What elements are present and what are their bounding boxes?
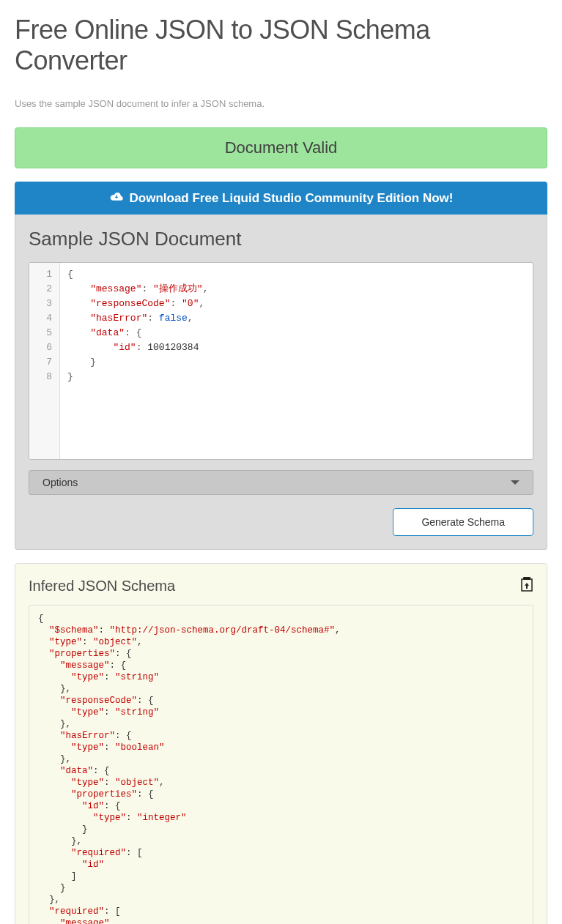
page-description: Uses the sample JSON document to infer a… — [15, 98, 547, 109]
input-panel: Sample JSON Document 12345678 { "message… — [15, 215, 547, 550]
json-input-content[interactable]: { "message": "操作成功", "responseCode": "0"… — [60, 263, 533, 459]
download-banner[interactable]: Download Free Liquid Studio Community Ed… — [15, 182, 547, 215]
schema-output[interactable]: { "$schema": "http://json-schema.org/dra… — [29, 605, 533, 924]
generate-schema-button[interactable]: Generate Schema — [393, 508, 533, 536]
input-panel-title: Sample JSON Document — [29, 228, 533, 250]
output-panel: Infered JSON Schema { "$schema": "http:/… — [15, 563, 547, 924]
line-gutter: 12345678 — [29, 263, 60, 459]
output-panel-title: Infered JSON Schema — [29, 578, 175, 595]
cloud-download-icon — [109, 190, 124, 206]
page-title: Free Online JSON to JSON Schema Converte… — [15, 15, 547, 76]
copy-icon[interactable] — [520, 577, 533, 595]
status-banner: Document Valid — [15, 127, 547, 168]
options-toggle[interactable]: Options — [29, 470, 533, 495]
options-label: Options — [42, 477, 78, 488]
json-input-editor[interactable]: 12345678 { "message": "操作成功", "responseC… — [29, 262, 533, 460]
chevron-down-icon — [511, 480, 520, 485]
download-banner-label: Download Free Liquid Studio Community Ed… — [130, 191, 454, 206]
